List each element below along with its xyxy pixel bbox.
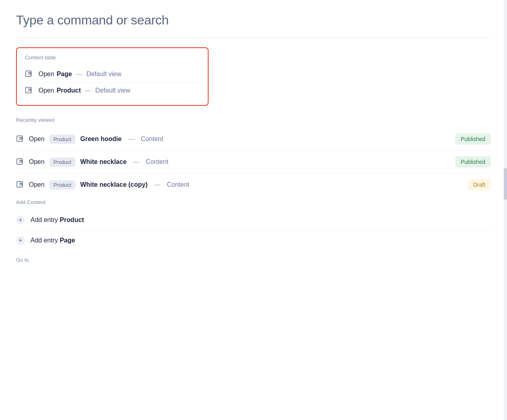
- open-page-open-label: Open: [39, 71, 54, 78]
- white-necklace-icon: [16, 158, 24, 166]
- scrollbar-track[interactable]: [504, 0, 507, 420]
- open-product-icon: [25, 87, 33, 95]
- add-product-item[interactable]: + Add entry Product: [16, 210, 491, 230]
- recently-viewed-section: Recently viewed Open Product Green hoodi…: [16, 117, 491, 196]
- white-necklace-copy-dash: —: [154, 181, 160, 188]
- green-hoodie-name: Green hoodie: [80, 135, 122, 143]
- green-hoodie-status: Published: [455, 133, 491, 145]
- scrollbar-thumb[interactable]: [504, 168, 507, 200]
- add-page-text: Add entry Page: [30, 237, 75, 244]
- open-page-text: Open Page — Default view: [39, 71, 122, 78]
- white-necklace-name: White necklace: [80, 158, 127, 166]
- white-necklace-open: Open: [29, 158, 45, 166]
- green-hoodie-icon: [16, 135, 24, 143]
- add-product-bold: Product: [60, 216, 84, 223]
- white-necklace-copy-status: Draft: [468, 179, 491, 190]
- white-necklace-section: Content: [146, 158, 168, 166]
- content-table-label: Content table: [25, 55, 200, 61]
- white-necklace-copy-icon: [16, 181, 24, 189]
- open-page-bold: Page: [57, 71, 72, 78]
- white-necklace-copy-open: Open: [29, 181, 45, 188]
- white-necklace-copy-name: White necklace (copy): [80, 181, 148, 188]
- open-product-view: Default view: [95, 87, 130, 94]
- green-hoodie-section: Content: [141, 135, 163, 143]
- white-necklace-copy-left: Open Product White necklace (copy) — Con…: [16, 180, 189, 190]
- add-page-item[interactable]: + Add entry Page: [16, 230, 491, 250]
- open-product-bold: Product: [57, 87, 81, 94]
- open-page-item[interactable]: Open Page — Default view: [25, 66, 200, 82]
- green-hoodie-open: Open: [29, 135, 45, 143]
- white-necklace-copy-item[interactable]: Open Product White necklace (copy) — Con…: [16, 174, 491, 196]
- green-hoodie-left: Open Product Green hoodie — Content: [16, 135, 163, 144]
- green-hoodie-dash: —: [128, 135, 134, 143]
- add-content-section: Add Content + Add entry Product + Add en…: [16, 199, 491, 250]
- add-content-label: Add Content: [16, 199, 491, 205]
- open-product-text: Open Product — Default view: [39, 87, 130, 94]
- page-title: Type a command or search: [16, 13, 491, 28]
- add-product-plus-icon: +: [16, 216, 25, 224]
- white-necklace-copy-section: Content: [167, 181, 189, 188]
- white-necklace-copy-type: Product: [49, 180, 75, 190]
- add-product-text: Add entry Product: [30, 216, 84, 224]
- white-necklace-left: Open Product White necklace — Content: [16, 158, 168, 167]
- open-page-icon: [25, 70, 33, 78]
- content-table-section: Content table Open Page — Default view: [16, 47, 491, 106]
- open-page-separator: —: [76, 71, 82, 78]
- add-page-plus-icon: +: [16, 236, 25, 245]
- add-page-bold: Page: [60, 237, 75, 244]
- recently-viewed-label: Recently viewed: [16, 117, 491, 123]
- green-hoodie-type: Product: [49, 135, 75, 144]
- content-table-box: Content table Open Page — Default view: [16, 47, 209, 106]
- open-product-item[interactable]: Open Product — Default view: [25, 82, 200, 99]
- white-necklace-type: Product: [49, 158, 75, 167]
- main-container: Type a command or search Content table O…: [0, 0, 507, 279]
- white-necklace-dash: —: [133, 158, 140, 166]
- open-product-open-label: Open: [39, 87, 54, 94]
- white-necklace-item[interactable]: Open Product White necklace — Content Pu…: [16, 151, 491, 174]
- green-hoodie-item[interactable]: Open Product Green hoodie — Content Publ…: [16, 128, 491, 151]
- go-to-label: Go to: [16, 257, 491, 263]
- open-product-separator: —: [85, 87, 91, 94]
- open-page-view: Default view: [86, 71, 121, 78]
- header-divider: [16, 37, 491, 38]
- white-necklace-status: Published: [455, 156, 491, 168]
